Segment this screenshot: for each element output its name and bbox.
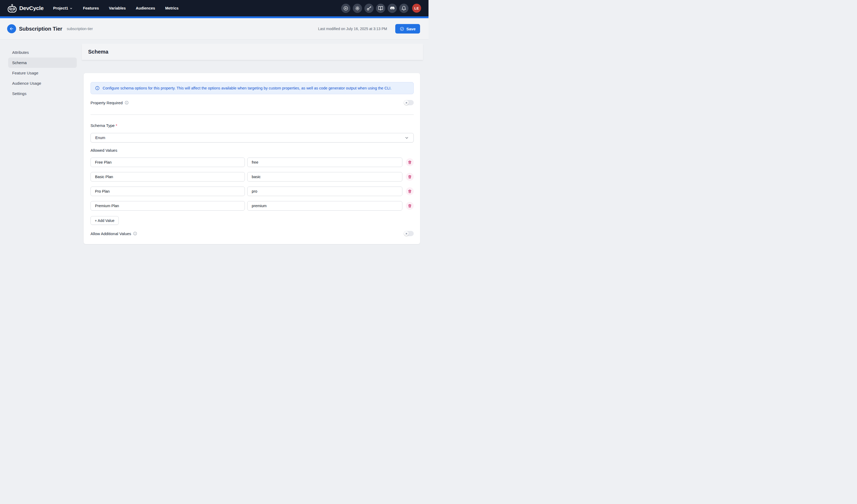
value-key-input[interactable] <box>247 187 402 196</box>
arrow-left-icon <box>9 27 14 31</box>
section-title: Schema <box>88 49 108 55</box>
delete-value-button[interactable] <box>406 158 414 166</box>
sidebar: Attributes Schema Feature Usage Audience… <box>8 47 77 99</box>
section-header: Schema <box>82 44 423 60</box>
allowed-value-row <box>90 201 414 211</box>
allow-additional-toggle[interactable] <box>404 231 414 236</box>
content-area: Attributes Schema Feature Usage Audience… <box>0 39 428 244</box>
page-header: Subscription Tier subscription-tier Last… <box>0 18 428 39</box>
top-navbar: DevCycle Project1 Features Variables Aud… <box>0 0 428 16</box>
required-asterisk: * <box>116 123 117 128</box>
accent-bar <box>0 16 428 18</box>
sidebar-item-audience-usage[interactable]: Audience Usage <box>8 78 77 88</box>
value-name-input[interactable] <box>90 157 245 167</box>
toggle-knob <box>404 231 409 236</box>
sidebar-item-attributes[interactable]: Attributes <box>8 47 77 57</box>
api-keys-button[interactable] <box>364 4 374 13</box>
value-key-input[interactable] <box>247 172 402 182</box>
schema-type-label-row: Schema Type * <box>90 123 414 128</box>
user-avatar[interactable]: LE <box>412 4 421 13</box>
app-root: DevCycle Project1 Features Variables Aud… <box>0 0 428 252</box>
settings-button[interactable] <box>353 4 362 13</box>
section-divider <box>90 115 414 115</box>
allowed-value-row <box>90 157 414 167</box>
nav-item-project[interactable]: Project1 <box>53 6 73 10</box>
trash-icon <box>408 175 412 179</box>
info-icon <box>95 86 100 90</box>
discord-icon <box>390 5 395 11</box>
alert-text: Configure schema options for this proper… <box>103 86 391 90</box>
page-title: Subscription Tier <box>19 26 62 32</box>
value-name-input[interactable] <box>90 187 245 196</box>
allowed-value-row <box>90 172 414 182</box>
schema-card: Configure schema options for this proper… <box>84 73 420 244</box>
check-circle-icon <box>400 27 404 31</box>
schema-type-value: Enum <box>95 136 105 140</box>
property-key: subscription-tier <box>67 27 93 31</box>
nav-item-features[interactable]: Features <box>83 6 99 10</box>
property-required-row: Property Required <box>90 100 414 105</box>
create-button[interactable] <box>341 4 350 13</box>
nav-links: Project1 Features Variables Audiences Me… <box>53 6 179 10</box>
property-required-toggle[interactable] <box>404 100 414 105</box>
allowed-value-row <box>90 187 414 196</box>
info-icon[interactable] <box>133 231 137 236</box>
last-modified-text: Last modified on July 16, 2025 at 3:13 P… <box>318 27 387 31</box>
property-required-label: Property Required <box>90 101 123 105</box>
sidebar-item-settings[interactable]: Settings <box>8 88 77 99</box>
trash-icon <box>408 189 412 194</box>
navbar-actions: LE <box>341 4 421 13</box>
allowed-values-label: Allowed Values <box>90 148 414 152</box>
gear-icon <box>355 6 360 11</box>
save-button[interactable]: Save <box>395 24 420 34</box>
bell-icon <box>401 6 406 11</box>
book-open-icon <box>378 6 383 11</box>
sidebar-item-schema[interactable]: Schema <box>8 57 77 68</box>
toggle-knob <box>404 100 409 105</box>
discord-button[interactable] <box>388 4 397 13</box>
notifications-button[interactable] <box>399 4 408 13</box>
info-alert: Configure schema options for this proper… <box>90 82 414 94</box>
info-icon[interactable] <box>124 101 129 105</box>
docs-button[interactable] <box>376 4 385 13</box>
sidebar-item-feature-usage[interactable]: Feature Usage <box>8 68 77 78</box>
plus-circle-icon <box>343 6 348 11</box>
schema-type-label: Schema Type <box>90 123 115 128</box>
key-icon <box>367 6 371 11</box>
trash-icon <box>408 204 412 208</box>
allow-additional-row: Allow Additional Values <box>90 231 414 236</box>
devcycle-robot-icon <box>7 4 17 13</box>
chevron-down-icon <box>404 136 409 140</box>
value-name-input[interactable] <box>90 201 245 211</box>
brand-wordmark: DevCycle <box>19 5 44 11</box>
delete-value-button[interactable] <box>406 187 414 195</box>
schema-type-select[interactable]: Enum <box>90 133 414 142</box>
header-actions: Last modified on July 16, 2025 at 3:13 P… <box>318 24 420 34</box>
nav-item-metrics[interactable]: Metrics <box>165 6 179 10</box>
chevron-down-icon <box>69 6 73 10</box>
main-panel: Schema Configure schema options for this… <box>82 39 423 244</box>
add-value-button[interactable]: + Add Value <box>90 216 119 225</box>
delete-value-button[interactable] <box>406 202 414 210</box>
nav-item-variables[interactable]: Variables <box>109 6 126 10</box>
back-button[interactable] <box>7 24 16 33</box>
delete-value-button[interactable] <box>406 173 414 181</box>
value-key-input[interactable] <box>247 157 402 167</box>
devcycle-logo[interactable]: DevCycle <box>7 4 44 13</box>
allow-additional-label: Allow Additional Values <box>90 231 131 236</box>
trash-icon <box>408 160 412 164</box>
value-key-input[interactable] <box>247 201 402 211</box>
nav-item-audiences[interactable]: Audiences <box>136 6 155 10</box>
value-name-input[interactable] <box>90 172 245 182</box>
